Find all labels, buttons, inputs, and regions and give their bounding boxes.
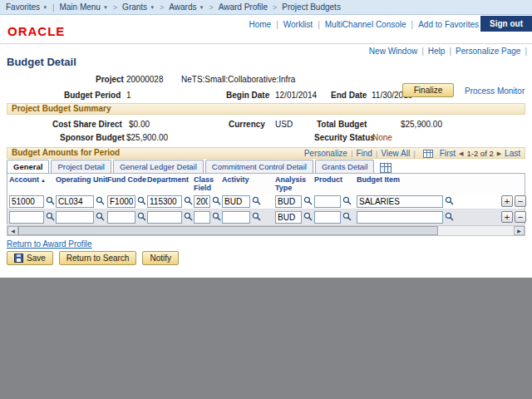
activity-input[interactable] — [222, 195, 250, 208]
lookup-icon[interactable] — [96, 212, 105, 221]
lookup-icon[interactable] — [252, 196, 261, 205]
breadcrumb-main-menu[interactable]: Main Menu▼ — [59, 2, 107, 12]
horizontal-scrollbar[interactable]: ◀ ▶ — [7, 225, 525, 236]
tab-project-detail[interactable]: Project Detail — [51, 160, 111, 173]
project-label: Project — [96, 75, 124, 84]
product-input[interactable] — [314, 195, 341, 208]
budget-detail-page: Favorites▼ | Main Menu▼ > Grants▼ > Awar… — [0, 0, 532, 399]
return-to-search-button[interactable]: Return to Search — [59, 251, 137, 265]
budget-period-label: Budget Period — [64, 91, 121, 100]
lookup-icon[interactable] — [445, 196, 454, 205]
next-page-icon[interactable]: ▶ — [497, 149, 501, 159]
lookup-icon[interactable] — [137, 196, 146, 205]
project-description: NeTS:Small:Collaborative:Infra — [181, 75, 295, 84]
multichannel-console-link[interactable]: MultiChannel Console — [325, 20, 406, 29]
save-button[interactable]: Save — [7, 251, 53, 265]
lookup-icon[interactable] — [212, 196, 221, 205]
column-header-account[interactable]: Account▲ — [9, 175, 46, 185]
link-separator: | — [525, 47, 527, 56]
return-to-award-profile-link[interactable]: Return to Award Profile — [7, 239, 92, 249]
account-input[interactable] — [9, 211, 44, 224]
find-link[interactable]: Find — [356, 149, 372, 159]
sign-out-button[interactable]: Sign out — [480, 16, 532, 32]
breadcrumb-favorites[interactable]: Favorites▼ — [6, 2, 47, 12]
lookup-icon[interactable] — [46, 212, 55, 221]
budget-item-input[interactable] — [357, 195, 443, 208]
lookup-icon[interactable] — [303, 212, 313, 221]
scroll-right-icon[interactable]: ▶ — [514, 226, 525, 235]
department-input[interactable] — [147, 195, 182, 208]
fund-code-input[interactable] — [107, 195, 135, 208]
lookup-icon[interactable] — [303, 196, 313, 205]
class-field-input[interactable] — [194, 211, 210, 224]
column-header-fund-code: Fund Code — [107, 175, 146, 184]
last-link[interactable]: Last — [505, 149, 520, 159]
notify-button[interactable]: Notify — [142, 251, 179, 265]
budget-period-value: 1 — [126, 91, 131, 100]
add-to-favorites-link[interactable]: Add to Favorites — [418, 20, 479, 29]
lookup-icon[interactable] — [342, 212, 352, 221]
home-link[interactable]: Home — [249, 20, 271, 29]
action-buttons: Save Return to Search Notify — [7, 251, 179, 265]
add-row-button[interactable]: + — [501, 195, 513, 207]
lookup-icon[interactable] — [184, 196, 193, 205]
link-separator: | — [449, 47, 451, 56]
grid-header-row: Account▲ Operating Unit Fund Code Depart… — [7, 174, 525, 195]
breadcrumb-separator: > — [209, 3, 213, 12]
breadcrumb-grants[interactable]: Grants▼ — [122, 2, 155, 12]
activity-input[interactable] — [222, 211, 250, 224]
scroll-left-icon[interactable]: ◀ — [7, 226, 18, 235]
breadcrumb-award-profile[interactable]: Award Profile — [219, 2, 268, 12]
column-header-class-field: Class Field — [194, 175, 224, 192]
analysis-type-input[interactable] — [275, 211, 302, 224]
worklist-link[interactable]: Worklist — [283, 20, 313, 29]
delete-row-button[interactable]: − — [515, 195, 526, 207]
tab-commitment-control-detail[interactable]: Commitment Control Detail — [205, 160, 313, 173]
scrollbar-thumb[interactable] — [18, 226, 438, 235]
new-window-link[interactable]: New Window — [369, 47, 417, 56]
personalize-page-link[interactable]: Personalize Page — [456, 47, 520, 56]
lookup-icon[interactable] — [184, 212, 193, 221]
personalize-link[interactable]: Personalize — [304, 149, 347, 159]
breadcrumb-label: Awards — [169, 2, 196, 12]
tab-grants-detail[interactable]: Grants Detail — [315, 160, 374, 173]
breadcrumb-project-budgets[interactable]: Project Budgets — [282, 2, 341, 12]
breadcrumb-separator: > — [273, 3, 277, 12]
breadcrumb-awards[interactable]: Awards▼ — [169, 2, 204, 12]
sort-asc-icon: ▲ — [41, 178, 46, 183]
tab-general-ledger-detail[interactable]: General Ledger Detail — [113, 160, 204, 173]
first-link[interactable]: First — [440, 149, 456, 159]
lookup-icon[interactable] — [212, 212, 221, 221]
grid-icon[interactable] — [423, 150, 433, 158]
previous-page-icon[interactable]: ◀ — [459, 149, 463, 159]
lookup-icon[interactable] — [252, 212, 261, 221]
show-all-columns-icon[interactable] — [380, 163, 392, 173]
lookup-icon[interactable] — [96, 196, 105, 205]
add-row-button[interactable]: + — [501, 211, 513, 223]
department-input[interactable] — [147, 211, 182, 224]
finalize-button[interactable]: Finalize — [402, 83, 454, 97]
lookup-icon[interactable] — [342, 196, 352, 205]
account-input[interactable] — [9, 195, 44, 208]
tab-general[interactable]: General — [7, 160, 49, 173]
chevron-down-icon: ▼ — [42, 5, 47, 10]
product-input[interactable] — [314, 211, 341, 224]
lookup-icon[interactable] — [137, 212, 146, 221]
lookup-icon[interactable] — [46, 196, 55, 205]
help-link[interactable]: Help — [428, 47, 446, 56]
process-monitor-link[interactable]: Process Monitor — [465, 86, 525, 96]
delete-row-button[interactable]: − — [515, 211, 526, 223]
column-label: Account — [9, 175, 39, 184]
operating-unit-input[interactable] — [56, 195, 94, 208]
class-field-input[interactable] — [194, 195, 210, 208]
breadcrumb-label: Project Budgets — [282, 2, 341, 12]
table-row: + − — [7, 209, 525, 225]
fund-code-input[interactable] — [107, 211, 135, 224]
budget-item-input[interactable] — [357, 211, 443, 224]
lookup-icon[interactable] — [445, 212, 454, 221]
analysis-type-input[interactable] — [275, 195, 302, 208]
view-all-link[interactable]: View All — [381, 149, 410, 159]
budget-amounts-title: Budget Amounts for Period — [12, 148, 120, 157]
operating-unit-input[interactable] — [56, 211, 94, 224]
sponsor-budget-label: Sponsor Budget — [60, 133, 125, 142]
